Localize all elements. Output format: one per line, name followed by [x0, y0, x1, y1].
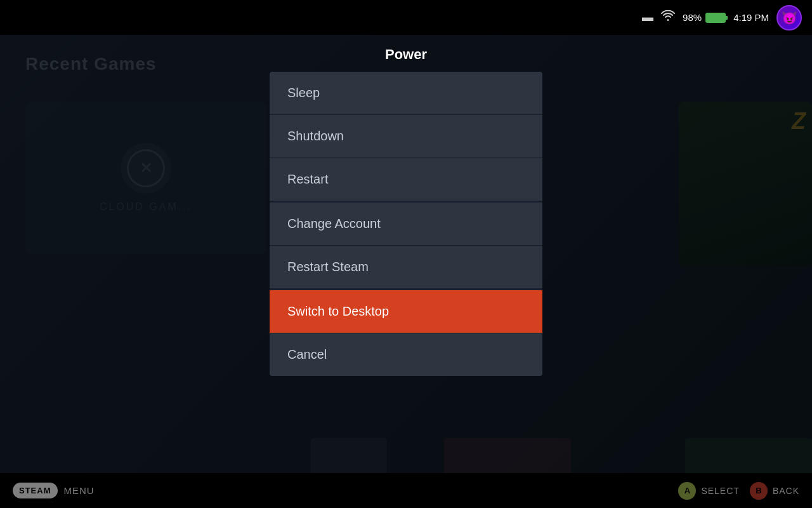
power-menu: Sleep Shutdown Restart Change Account Re…	[270, 72, 542, 376]
change-account-label: Change Account	[287, 217, 381, 231]
menu-item-switch-to-desktop[interactable]: Switch to Desktop	[270, 290, 542, 333]
battery-icon	[705, 13, 726, 23]
sleep-label: Sleep	[287, 86, 320, 100]
menu-item-shutdown[interactable]: Shutdown	[270, 115, 542, 158]
top-bar: ▬ 98% 4:19 PM 😈	[0, 0, 812, 35]
menu-item-restart-steam[interactable]: Restart Steam	[270, 246, 542, 289]
restart-label: Restart	[287, 172, 328, 187]
wifi-icon	[661, 10, 675, 25]
menu-item-sleep[interactable]: Sleep	[270, 72, 542, 115]
battery-percent: 98%	[683, 12, 702, 23]
sd-card-icon: ▬	[642, 11, 653, 24]
switch-to-desktop-label: Switch to Desktop	[287, 304, 389, 319]
power-dialog: Power Sleep Shutdown Restart Change Acco…	[270, 35, 542, 376]
menu-item-change-account[interactable]: Change Account	[270, 203, 542, 246]
shutdown-label: Shutdown	[287, 129, 344, 144]
cancel-label: Cancel	[287, 347, 327, 362]
power-title: Power	[270, 35, 542, 72]
battery-area: 98%	[683, 12, 726, 23]
restart-steam-label: Restart Steam	[287, 260, 369, 274]
avatar-icon: 😈	[782, 10, 797, 25]
menu-item-cancel[interactable]: Cancel	[270, 333, 542, 376]
avatar[interactable]: 😈	[776, 5, 802, 30]
menu-item-restart[interactable]: Restart	[270, 158, 542, 201]
clock: 4:19 PM	[733, 12, 769, 23]
